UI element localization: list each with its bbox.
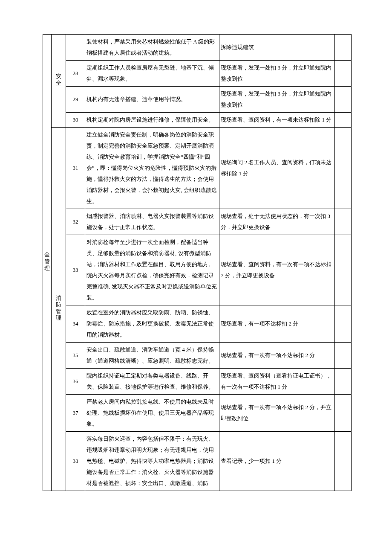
requirement-cell: 建立健全消防安全责任制，明确各岗位的消防安全职责，制定完善的消防安全应急预案、定… (85, 128, 219, 209)
table-row: 消防管理 31 建立健全消防安全责任制，明确各岗位的消防安全职责，制定完善的消防… (43, 128, 352, 209)
score-cell (334, 209, 351, 235)
check-cell: 现场查看，有一次有一项不达标扣 2 分 (219, 343, 334, 369)
row-number: 37 (66, 395, 85, 432)
table-row: 28 定期组织工作人员检查房屋有无裂缝、地基下沉、倾斜、漏水等现象。 现场查看，… (43, 61, 352, 87)
requirement-cell: 机构定期对院内房屋设施进行维修，保障使用安全。 (85, 113, 219, 128)
row-number: 30 (66, 113, 85, 128)
score-cell (334, 113, 351, 128)
table-row: 36 院内组织持证电工定期对各类电器设备、线路、开关、保险装置、接地保护等进行检… (43, 369, 352, 395)
category-sub-cell: 安全 (52, 35, 66, 128)
row-number (66, 35, 85, 61)
table-row: 33 对消防栓每年至少进行一次全面检测，配备适当种类、足够数量的消防设备和消防器… (43, 235, 352, 305)
requirement-cell: 定期组织工作人员检查房屋有无裂缝、地基下沉、倾斜、漏水等现象。 (85, 61, 219, 87)
check-cell: 拆除违规建筑 (219, 35, 334, 61)
row-number: 36 (66, 369, 85, 395)
category-main-cell: 全管理 (43, 35, 52, 491)
row-number: 33 (66, 235, 85, 305)
requirement-cell: 安全出口、疏散通道、消防车通道（宽 4 米）保持畅通（通道网格线清晰）、应急照明… (85, 343, 219, 369)
check-cell: 现场查看，发现一处扣 3 分，并立即通知院内整改到位 (219, 61, 334, 87)
score-cell (334, 369, 351, 395)
score-cell (334, 128, 351, 209)
check-cell: 现场查看、查阅资料，有一次有一项不达标扣 2 分，并立即更换设备 (219, 235, 334, 305)
row-number: 35 (66, 343, 85, 369)
check-cell: 现场查看，处于无法使用状态的，有一次扣 3 分，并立即更换设备 (219, 209, 334, 235)
check-cell: 现场查看、查阅资料（查看持证电工证书），有一次有一项不达标扣 1 分 (219, 369, 334, 395)
row-number: 38 (66, 432, 85, 491)
table-row: 38 落实每日防火巡查，内容包括但不限于：有无玩火、违规吸烟和违章动用明火现象；… (43, 432, 352, 491)
requirement-cell: 烟感报警器、消防喷淋、电器火灾报警装置等消防设施设备，处于正常工作状态。 (85, 209, 219, 235)
row-number: 32 (66, 209, 85, 235)
score-cell (334, 305, 351, 343)
score-cell (334, 35, 351, 61)
category-sub-cell: 消防管理 (52, 128, 66, 491)
row-number: 34 (66, 305, 85, 343)
check-cell: 现场查看，发现一处扣 3 分，并立即通知院内整改到位 (219, 87, 334, 113)
requirement-cell: 装饰材料，严禁采用夹芯材料燃烧性能低于 A 级的彩钢板搭建有人居住或者活动的建筑… (85, 35, 219, 61)
table-row: 30 机构定期对院内房屋设施进行维修，保障使用安全。 现场查看、查阅资料，有一项… (43, 113, 352, 128)
requirement-cell: 落实每日防火巡查，内容包括但不限于：有无玩火、违规吸烟和违章动用明火现象；有无违… (85, 432, 219, 491)
check-cell: 现场查看，有一次有一项不达标扣 2 分，并立即整改到位 (219, 395, 334, 432)
check-cell: 查看记录，少一项扣 1 分 (219, 432, 334, 491)
table-row: 29 机构内有无违章搭建、违章使用等情况。 现场查看，发现一处扣 3 分，并立即… (43, 87, 352, 113)
row-number: 29 (66, 87, 85, 113)
check-cell: 现场询问 2 名工作人员、查阅资料，仃项未达标扣除 1 分 (219, 128, 334, 209)
score-cell (334, 235, 351, 305)
score-cell (334, 343, 351, 369)
table-row: 37 严禁老人房间内私拉乱接电线、不使用的电线未及时处理、拖线板损坏仍在使用、使… (43, 395, 352, 432)
row-number: 28 (66, 61, 85, 87)
requirement-cell: 放置在室外的消防器材应采取防雨、防晒、防锈蚀、防霉烂、防冻措施，及时更换破损、发… (85, 305, 219, 343)
inspection-table: 全管理 安全 装饰材料，严禁采用夹芯材料燃烧性能低于 A 级的彩钢板搭建有人居住… (43, 34, 352, 491)
requirement-cell: 对消防栓每年至少进行一次全面检测，配备适当种类、足够数量的消防设备和消防器材, … (85, 235, 219, 305)
document-page: 全管理 安全 装饰材料，严禁采用夹芯材料燃烧性能低于 A 级的彩钢板搭建有人居住… (0, 0, 392, 508)
score-cell (334, 432, 351, 491)
requirement-cell: 严禁老人房间内私拉乱接电线、不使用的电线未及时处理、拖线板损坏仍在使用、使用三无… (85, 395, 219, 432)
check-cell: 现场查看、查阅资料，有一项未达标扣除 1 分 (219, 113, 334, 128)
check-cell: 现场查看，有一项不达标扣 2 分 (219, 305, 334, 343)
table-row: 32 烟感报警器、消防喷淋、电器火灾报警装置等消防设施设备，处于正常工作状态。 … (43, 209, 352, 235)
score-cell (334, 395, 351, 432)
requirement-cell: 机构内有无违章搭建、违章使用等情况。 (85, 87, 219, 113)
score-cell (334, 87, 351, 113)
row-number: 31 (66, 128, 85, 209)
table-row: 35 安全出口、疏散通道、消防车通道（宽 4 米）保持畅通（通道网格线清晰）、应… (43, 343, 352, 369)
table-row: 全管理 安全 装饰材料，严禁采用夹芯材料燃烧性能低于 A 级的彩钢板搭建有人居住… (43, 35, 352, 61)
requirement-cell: 院内组织持证电工定期对各类电器设备、线路、开关、保险装置、接地保护等进行检查、维… (85, 369, 219, 395)
score-cell (334, 61, 351, 87)
table-row: 34 放置在室外的消防器材应采取防雨、防晒、防锈蚀、防霉烂、防冻措施，及时更换破… (43, 305, 352, 343)
